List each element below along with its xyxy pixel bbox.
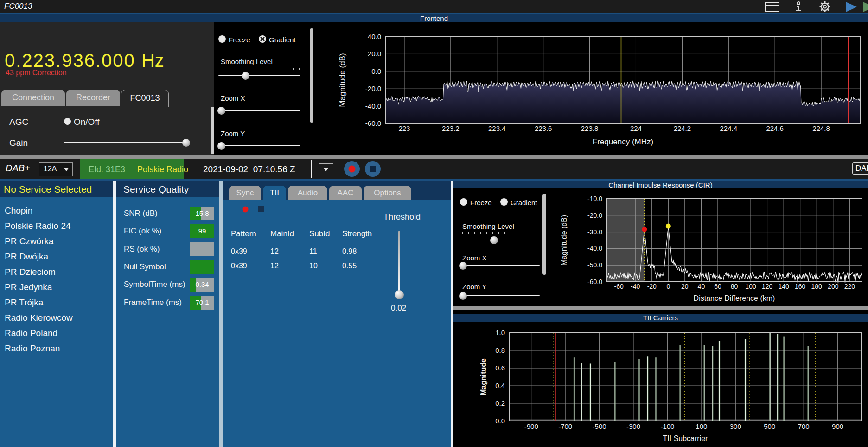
spectrum-zoom-x-label: Zoom X — [221, 94, 245, 102]
frontend-section-header: Frontend — [0, 14, 868, 22]
expand-dropdown-button[interactable] — [319, 163, 333, 175]
horizontal-splitter[interactable] — [0, 155, 868, 159]
svg-text:-700: -700 — [558, 422, 572, 430]
dab-badge[interactable]: DAB — [852, 162, 868, 175]
service-list-item[interactable]: PR Dwójka — [0, 249, 113, 264]
service-list-item[interactable]: Polskie Radio 24 — [0, 218, 113, 233]
svg-text:100: 100 — [745, 283, 756, 290]
tii-carriers-plot[interactable]: -900-700-500-300-1001003005007009001.00.… — [453, 322, 868, 447]
play-icon[interactable] — [845, 2, 857, 12]
tii-carriers-header: TII Carriers — [453, 314, 868, 322]
spectrum-smoothing-ticks — [221, 68, 300, 70]
service-list-item[interactable]: PR Jedynka — [0, 279, 113, 295]
tab-connection[interactable]: Connection — [1, 90, 65, 106]
svg-text:-300: -300 — [626, 422, 640, 430]
stop-button[interactable] — [364, 161, 381, 177]
quality-bar: 0.34 — [190, 278, 214, 292]
cir-controls-scrollbar[interactable] — [542, 194, 546, 275]
record-button[interactable] — [344, 161, 360, 177]
tii-table-cell: 0x39 — [231, 262, 247, 270]
svg-text:700: 700 — [798, 422, 810, 430]
tab-audio[interactable]: Audio — [288, 186, 327, 200]
frontend-section-title: Frontend — [420, 14, 448, 22]
tab-options[interactable]: Options — [364, 186, 411, 200]
spectrum-zoom-x-thumb[interactable] — [217, 107, 225, 115]
svg-text:0.2: 0.2 — [495, 399, 505, 407]
spectrum-smoothing-thumb[interactable] — [242, 72, 249, 80]
svg-text:-900: -900 — [524, 422, 538, 430]
cir-zoom-x-thumb[interactable] — [459, 262, 467, 270]
spectrum-gradient-checked-icon[interactable] — [259, 35, 266, 43]
tii-table-cell: 0.55 — [342, 262, 357, 270]
gain-slider[interactable] — [64, 142, 190, 143]
service-list-item[interactable]: PR Trójka — [0, 295, 113, 310]
frontend-spectrum-plot[interactable]: 223223.2223.4223.6223.8224224.2224.4224.… — [315, 22, 868, 155]
gain-slider-thumb[interactable] — [182, 139, 190, 147]
spectrum-smoothing-slider[interactable] — [218, 75, 300, 76]
cir-zoom-x-slider[interactable] — [460, 265, 540, 266]
quality-label: RS (ok %) — [124, 245, 160, 254]
spectrum-smoothing-label: Smoothing Level — [221, 58, 273, 65]
spectrum-controls-scrollbar[interactable] — [310, 28, 313, 123]
info-icon[interactable] — [794, 1, 803, 13]
svg-text:-20.0: -20.0 — [587, 212, 602, 219]
svg-text:0.4: 0.4 — [495, 382, 505, 389]
service-list-item[interactable]: PR Czwórka — [0, 233, 113, 249]
svg-text:-30.0: -30.0 — [587, 228, 602, 236]
cir-smoothing-slider[interactable] — [460, 240, 540, 240]
cir-freeze-label: Freeze — [470, 199, 492, 207]
tab-tii[interactable]: TII — [263, 186, 286, 200]
quality-label: Null Symbol — [124, 262, 166, 272]
svg-text:-40.0: -40.0 — [365, 102, 381, 110]
cir-gradient-radio[interactable] — [500, 198, 508, 206]
spectrum-zoom-y-slider[interactable] — [218, 145, 300, 146]
agc-toggle-radio[interactable] — [64, 118, 71, 125]
service-list-item[interactable]: Radio Kierowców — [0, 310, 113, 325]
expand-dropdown-icon — [323, 168, 329, 171]
cir-zoom-y-thumb[interactable] — [459, 292, 467, 300]
svg-text:224.6: 224.6 — [766, 124, 784, 132]
svg-text:223.8: 223.8 — [581, 124, 599, 132]
svg-text:300: 300 — [730, 422, 741, 430]
tii-record-icon[interactable] — [242, 206, 249, 213]
quality-value: 0.34 — [190, 278, 214, 292]
play-secondary-icon[interactable] — [862, 2, 868, 12]
svg-text:500: 500 — [764, 422, 775, 430]
agc-toggle-label: On/Off — [74, 117, 100, 127]
tuner-panel-scrollbar[interactable] — [211, 107, 214, 154]
cir-smoothing-label: Smoothing Level — [462, 222, 514, 230]
service-list-item[interactable]: Radio Poland — [0, 325, 113, 341]
service-list-item[interactable]: PR Dzieciom — [0, 264, 113, 279]
spectrum-freeze-radio[interactable] — [218, 35, 226, 43]
cir-zoom-x-label: Zoom X — [462, 254, 487, 262]
window-icon[interactable] — [765, 2, 780, 12]
cir-horizontal-scrollbar[interactable] — [453, 306, 868, 310]
svg-text:200: 200 — [828, 283, 839, 290]
tab-sync[interactable]: Sync — [229, 186, 261, 200]
service-list-item[interactable]: Chopin — [0, 203, 113, 218]
cir-freeze-radio[interactable] — [460, 198, 467, 206]
tab-fc0013[interactable]: FC0013 — [121, 90, 169, 107]
threshold-slider[interactable] — [398, 231, 400, 296]
tab-recorder[interactable]: Recorder — [66, 90, 120, 106]
cir-smoothing-thumb[interactable] — [490, 236, 498, 244]
spectrum-zoom-x-slider[interactable] — [218, 110, 300, 111]
threshold-slider-thumb[interactable] — [395, 290, 404, 299]
svg-text:Frequency (MHz): Frequency (MHz) — [593, 137, 653, 146]
cir-zoom-y-slider[interactable] — [460, 295, 540, 296]
spectrum-zoom-y-thumb[interactable] — [217, 142, 225, 150]
channel-select[interactable]: 12A — [39, 162, 73, 176]
service-list-item[interactable]: Radio Poznan — [0, 341, 113, 356]
tii-stop-icon[interactable] — [258, 206, 264, 212]
cir-plot[interactable]: -60-40-20020406080100120140160180200220-… — [549, 188, 868, 305]
tab-aac[interactable]: AAC — [329, 186, 362, 200]
quality-bar: 99 — [190, 224, 214, 238]
svg-text:TII Subcarrier: TII Subcarrier — [663, 434, 708, 442]
settings-gear-icon[interactable] — [819, 1, 831, 13]
service-quality-scrollbar[interactable] — [219, 181, 223, 447]
service-list-scrollbar[interactable] — [113, 181, 116, 447]
svg-text:223.4: 223.4 — [488, 124, 506, 132]
tii-table-cell: 12 — [270, 247, 279, 256]
svg-text:1.0: 1.0 — [495, 329, 505, 337]
svg-text:-60.0: -60.0 — [365, 119, 381, 127]
